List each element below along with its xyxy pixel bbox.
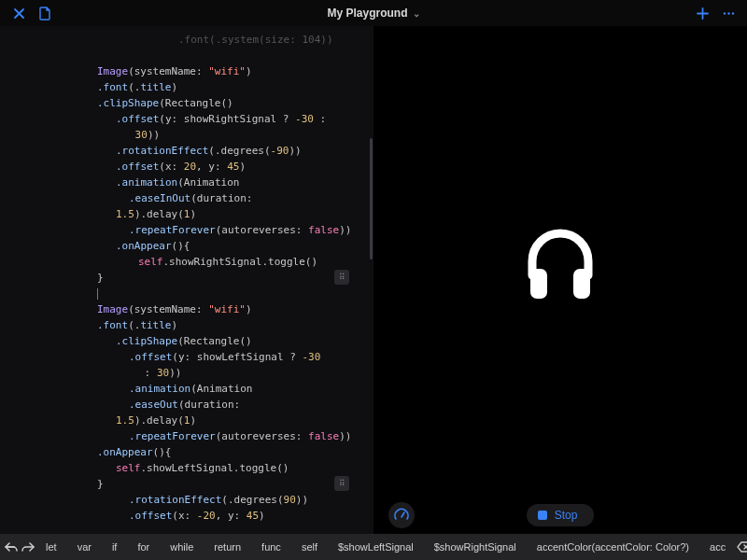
cursor-line [7, 286, 374, 301]
stop-button[interactable]: Stop [527, 504, 595, 526]
scrollbar[interactable] [370, 138, 373, 259]
close-icon[interactable] [9, 4, 28, 22]
code-editor[interactable]: .font(.system(size: 104)) Image(systemNa… [0, 26, 374, 534]
completion-showLeftSignal[interactable]: $showLeftSignal [329, 537, 423, 557]
redo-button[interactable] [21, 537, 35, 557]
stop-icon [538, 511, 547, 520]
svg-point-0 [723, 12, 725, 14]
svg-rect-3 [530, 269, 547, 299]
code-hint-icon[interactable]: ⠿ [334, 270, 349, 285]
stop-label: Stop [555, 509, 578, 522]
kw-if[interactable]: if [103, 537, 127, 557]
svg-rect-4 [573, 269, 590, 299]
completion-showRightSignal[interactable]: $showRightSignal [425, 537, 526, 557]
preview-panel: Stop [374, 26, 747, 534]
add-icon[interactable] [693, 4, 712, 22]
title-bar: My Playground ⌄ [0, 0, 747, 26]
kw-self[interactable]: self [292, 537, 327, 557]
svg-point-1 [727, 12, 729, 14]
kw-return[interactable]: return [204, 537, 250, 557]
document-icon[interactable] [35, 4, 54, 22]
delete-key[interactable] [737, 537, 747, 557]
kw-for[interactable]: for [128, 537, 159, 557]
completion-acc[interactable]: acc [700, 537, 735, 557]
code-line [7, 48, 374, 63]
speedometer-button[interactable] [388, 502, 415, 528]
shortcut-bar: let var if for while return func self $s… [0, 534, 747, 560]
kw-while[interactable]: while [161, 537, 203, 557]
code-hint-icon[interactable]: ⠿ [334, 476, 349, 491]
completion-accentColor[interactable]: accentColor(accentColor: Color?) [528, 537, 698, 557]
headphones-icon [514, 219, 607, 303]
kw-var[interactable]: var [68, 537, 101, 557]
kw-func[interactable]: func [252, 537, 290, 557]
playground-title[interactable]: My Playground ⌄ [328, 7, 420, 20]
svg-line-5 [402, 512, 404, 517]
page-title: My Playground [328, 7, 408, 20]
preview-controls: Stop [374, 497, 747, 534]
undo-button[interactable] [5, 537, 19, 557]
code-line: .font(.system(size: 104)) [7, 32, 374, 48]
more-icon[interactable] [719, 4, 738, 22]
kw-let[interactable]: let [36, 537, 66, 557]
svg-point-2 [731, 12, 733, 14]
chevron-down-icon: ⌄ [413, 8, 420, 19]
preview-canvas [374, 26, 747, 497]
